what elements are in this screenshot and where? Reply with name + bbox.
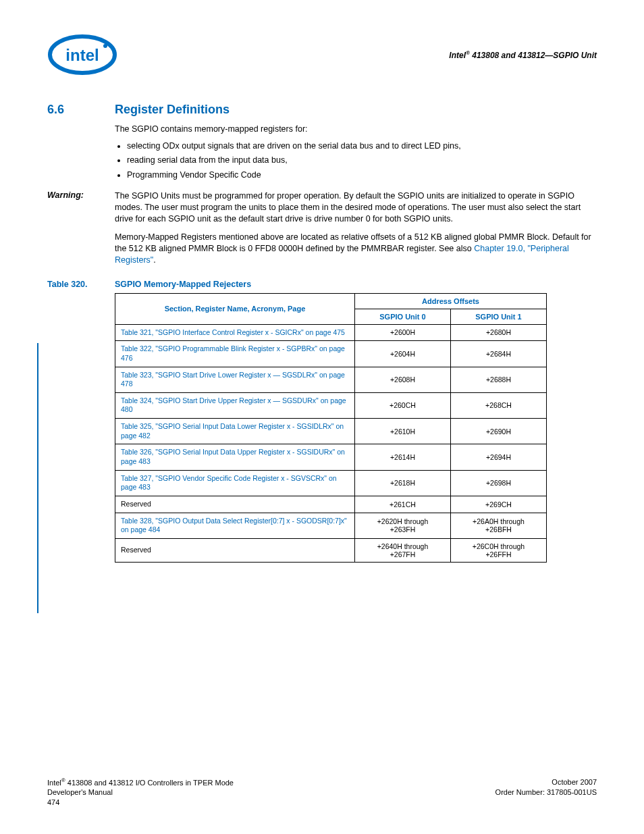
register-name-cell: Reserved xyxy=(115,538,355,562)
table-row: Table 324, "SGPIO Start Drive Upper Regi… xyxy=(115,392,547,418)
bullet-list: selecting ODx output signals that are dr… xyxy=(115,140,597,182)
table-row: Table 325, "SGPIO Serial Input Data Lowe… xyxy=(115,419,547,444)
th-section-name: Section, Register Name, Acronym, Page xyxy=(115,293,355,324)
offset-unit0: +261CH xyxy=(354,496,450,513)
page-header: intel Intel® 413808 and 413812—SGPIO Uni… xyxy=(47,34,597,76)
table-row: Table 326, "SGPIO Serial Input Data Uppe… xyxy=(115,444,547,470)
footer-doc-name: Intel® 413808 and 413812 I/O Controllers… xyxy=(47,779,234,787)
offset-unit1: +26C0H through +26FFH xyxy=(450,538,546,562)
offset-unit0: +2614H xyxy=(354,444,450,470)
offset-unit0: +2618H xyxy=(354,470,450,496)
section-number: 6.6 xyxy=(47,103,115,117)
register-name-cell[interactable]: Table 328, "SGPIO Output Data Select Reg… xyxy=(115,513,355,538)
offset-unit0: +2600H xyxy=(354,324,450,341)
register-name-cell: Reserved xyxy=(115,496,355,513)
svg-text:intel: intel xyxy=(65,46,99,64)
intel-logo: intel xyxy=(47,34,118,76)
th-address-offsets: Address Offsets xyxy=(354,293,546,309)
warning-text: The SGPIO Units must be programmed for p… xyxy=(115,190,597,225)
register-name-cell[interactable]: Table 321, "SGPIO Interface Control Regi… xyxy=(115,324,355,341)
footer-page-num: 474 xyxy=(47,798,59,806)
register-name-cell[interactable]: Table 323, "SGPIO Start Drive Lower Regi… xyxy=(115,367,355,392)
offset-unit1: +2698H xyxy=(450,470,546,496)
offset-unit1: +2690H xyxy=(450,419,546,444)
table-row: Table 321, "SGPIO Interface Control Regi… xyxy=(115,324,547,341)
offset-unit0: +2620H through +263FH xyxy=(354,513,450,538)
table-row: Table 323, "SGPIO Start Drive Lower Regi… xyxy=(115,367,547,392)
page-footer: Intel® 413808 and 413812 I/O Controllers… xyxy=(47,777,597,807)
bullet-item: reading serial data from the input data … xyxy=(127,155,597,167)
footer-order: Order Number: 317805-001US xyxy=(495,788,597,796)
table-row: Table 327, "SGPIO Vendor Specific Code R… xyxy=(115,470,547,496)
offset-unit1: +26A0H through +26BFH xyxy=(450,513,546,538)
table-caption: Table 320. SGPIO Memory-Mapped Rejecters xyxy=(47,280,597,289)
warning-label: Warning: xyxy=(47,190,115,225)
table-number: Table 320. xyxy=(47,280,115,289)
offset-unit0: +2610H xyxy=(354,419,450,444)
warning-block: Warning: The SGPIO Units must be program… xyxy=(47,190,597,225)
offset-unit1: +2684H xyxy=(450,341,546,367)
footer-manual: Developer's Manual xyxy=(47,788,113,796)
register-name-cell[interactable]: Table 322, "SGPIO Programmable Blink Reg… xyxy=(115,341,355,367)
table-title: SGPIO Memory-Mapped Rejecters xyxy=(115,280,251,289)
offset-unit1: +269CH xyxy=(450,496,546,513)
bullet-item: selecting ODx output signals that are dr… xyxy=(127,140,597,153)
section-heading: 6.6 Register Definitions xyxy=(47,103,597,117)
th-unit1: SGPIO Unit 1 xyxy=(450,309,546,324)
offset-unit1: +268CH xyxy=(450,392,546,418)
section-title: Register Definitions xyxy=(115,103,230,117)
table-row: Table 322, "SGPIO Programmable Blink Reg… xyxy=(115,341,547,367)
bullet-item: Programming Vendor Specific Code xyxy=(127,170,597,182)
offset-unit1: +2688H xyxy=(450,367,546,392)
svg-point-2 xyxy=(103,44,107,48)
offset-unit0: +2608H xyxy=(354,367,450,392)
para2-post: . xyxy=(153,255,155,265)
th-unit0: SGPIO Unit 0 xyxy=(354,309,450,324)
table-row: Reserved+261CH+269CH xyxy=(115,496,547,513)
memory-mapped-paragraph: Memory-Mapped Registers mentioned above … xyxy=(115,232,597,266)
offset-unit1: +2694H xyxy=(450,444,546,470)
offset-unit0: +260CH xyxy=(354,392,450,418)
register-name-cell[interactable]: Table 325, "SGPIO Serial Input Data Lowe… xyxy=(115,419,355,444)
register-name-cell[interactable]: Table 324, "SGPIO Start Drive Upper Regi… xyxy=(115,392,355,418)
intro-text: The SGPIO contains memory-mapped registe… xyxy=(115,124,597,135)
register-table: Section, Register Name, Acronym, Page Ad… xyxy=(115,293,547,563)
register-name-cell[interactable]: Table 327, "SGPIO Vendor Specific Code R… xyxy=(115,470,355,496)
table-row: Reserved+2640H through +267FH+26C0H thro… xyxy=(115,538,547,562)
table-row: Table 328, "SGPIO Output Data Select Reg… xyxy=(115,513,547,538)
offset-unit0: +2604H xyxy=(354,341,450,367)
footer-date: October 2007 xyxy=(552,778,597,786)
header-doc-title: Intel® 413808 and 413812—SGPIO Unit xyxy=(449,50,597,60)
change-bar xyxy=(37,343,38,613)
register-name-cell[interactable]: Table 326, "SGPIO Serial Input Data Uppe… xyxy=(115,444,355,470)
offset-unit1: +2680H xyxy=(450,324,546,341)
offset-unit0: +2640H through +267FH xyxy=(354,538,450,562)
